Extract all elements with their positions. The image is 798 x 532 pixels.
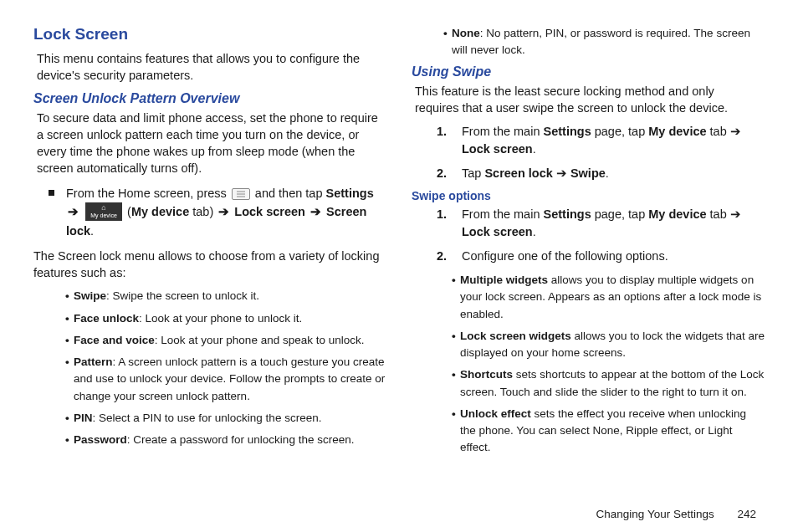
list-item: PIN: Select a PIN to use for unlocking t… — [74, 410, 386, 427]
nav-lockscreen-label: Lock screen — [234, 205, 305, 218]
arrow-icon: ➔ — [310, 205, 321, 218]
step-item: 2. Tap Screen lock ➔ Swipe. — [437, 165, 765, 182]
list-item: Face and voice: Look at your phone and s… — [74, 332, 386, 349]
feature-desc: : No pattern, PIN, or password is requir… — [452, 27, 750, 56]
option-name: Multiple widgets — [460, 274, 548, 286]
lock-features-list-continued: None: No pattern, PIN, or password is re… — [452, 25, 765, 59]
feature-name: Pattern — [74, 356, 113, 368]
feature-name: None — [452, 27, 480, 39]
square-bullet-icon — [49, 190, 54, 196]
step-number: 2. — [437, 165, 452, 182]
text-fragment: From the main — [462, 125, 544, 138]
list-item: None: No pattern, PIN, or password is re… — [452, 25, 765, 59]
swipe-options-steps: 1. From the main Settings page, tap My d… — [437, 206, 765, 265]
overview-paragraph: To secure data and limit phone access, s… — [37, 110, 383, 177]
step-text: Tap Screen lock ➔ Swipe. — [462, 165, 765, 182]
feature-desc: : A screen unlock pattern is a touch ges… — [74, 356, 385, 402]
bold-label: Lock screen — [462, 225, 533, 238]
heading-lock-screen: Lock Screen — [33, 25, 386, 43]
step-number: 2. — [437, 248, 452, 265]
bold-label: Settings — [544, 125, 591, 138]
list-item: Unlock effect sets the effect you receiv… — [460, 406, 765, 457]
text-fragment: page, tap — [591, 207, 649, 221]
text-fragment: . — [533, 225, 536, 238]
bold-label: Settings — [544, 207, 591, 221]
nav-instruction-text: From the Home screen, press and then tap… — [66, 184, 386, 241]
nav-instruction: From the Home screen, press and then tap… — [49, 184, 386, 241]
left-column: Lock Screen This menu contains features … — [33, 25, 386, 489]
text-fragment: From the main — [462, 207, 544, 221]
text-fragment: page, tap — [591, 125, 649, 138]
step-text: Configure one of the following options. — [462, 248, 765, 265]
step-number: 1. — [437, 123, 452, 141]
arrow-icon: ➔ — [218, 205, 229, 218]
text-fragment: Tap — [462, 166, 484, 180]
text-fragment: tab ➔ — [707, 125, 741, 138]
section-name: Changing Your Settings — [596, 508, 714, 520]
option-name: Unlock effect — [460, 407, 531, 420]
page-number: 242 — [737, 508, 756, 520]
step-number: 1. — [437, 206, 452, 223]
list-item: Password: Create a password for unlockin… — [74, 432, 386, 448]
nav-mydevice-label: My device — [131, 205, 189, 218]
bold-label: Swipe — [570, 166, 606, 180]
list-item: Pattern: A screen unlock pattern is a to… — [74, 354, 386, 405]
feature-desc: : Select a PIN to use for unlocking the … — [93, 412, 322, 424]
feature-name: Face and voice — [74, 334, 155, 346]
lock-features-list: Swipe: Swipe the screen to unlock it. Fa… — [74, 288, 386, 448]
list-item: Multiple widgets allows you to display m… — [460, 272, 765, 323]
option-name: Lock screen widgets — [460, 330, 571, 342]
feature-name: PIN — [74, 412, 93, 424]
feature-desc: : Create a password for unlocking the sc… — [127, 433, 355, 446]
menu-button-icon — [232, 188, 250, 200]
option-name: Shortcuts — [460, 368, 513, 381]
intro-paragraph: This menu contains features that allows … — [37, 50, 383, 84]
feature-name: Swipe — [74, 289, 106, 302]
step-item: 2. Configure one of the following option… — [437, 248, 765, 265]
feature-name: Face unlock — [74, 312, 139, 325]
bold-label: My device — [648, 207, 706, 221]
two-column-layout: Lock Screen This menu contains features … — [33, 25, 765, 489]
nav-settings-label: Settings — [326, 187, 374, 200]
text-fragment: . — [606, 166, 609, 180]
features-intro: The Screen lock menu allows to choose fr… — [33, 248, 383, 282]
text-fragment: ➔ — [553, 166, 570, 180]
list-item: Lock screen widgets allows you to lock t… — [460, 328, 765, 362]
list-item: Swipe: Swipe the screen to unlock it. — [74, 288, 386, 304]
heading-using-swipe: Using Swipe — [412, 64, 765, 79]
nav-text-fragment: From the Home screen, press — [66, 187, 230, 200]
list-item: Face unlock: Look at your phone to unloc… — [74, 310, 386, 327]
step-text: From the main Settings page, tap My devi… — [462, 206, 765, 241]
heading-swipe-options: Swipe options — [412, 189, 765, 202]
step-item: 1. From the main Settings page, tap My d… — [437, 123, 765, 158]
text-fragment: tab ➔ — [707, 207, 741, 221]
feature-name: Password — [74, 433, 127, 446]
bold-label: My device — [648, 125, 706, 138]
right-column: None: No pattern, PIN, or password is re… — [412, 25, 765, 489]
swipe-options-list: Multiple widgets allows you to display m… — [460, 272, 765, 457]
my-device-tab-icon: ⌂ My device — [85, 202, 122, 221]
bold-label: Lock screen — [462, 142, 533, 156]
page-footer: Changing Your Settings 242 — [596, 508, 756, 520]
arrow-icon: ➔ — [68, 205, 79, 218]
phone-glyph-icon: ⌂ — [101, 204, 105, 212]
feature-desc: : Look at your phone to unlock it. — [139, 312, 302, 325]
feature-desc: : Swipe the screen to unlock it. — [106, 289, 259, 302]
feature-desc: : Look at your phone and speak to unlock… — [155, 334, 365, 346]
swipe-intro: This feature is the least secure locking… — [415, 83, 761, 117]
nav-text-fragment: and then tap — [255, 187, 326, 200]
step-text: From the main Settings page, tap My devi… — [462, 123, 765, 158]
step-item: 1. From the main Settings page, tap My d… — [437, 206, 765, 241]
text-fragment: . — [533, 142, 536, 156]
nav-text-fragment: tab) — [189, 205, 217, 218]
heading-screen-unlock-pattern: Screen Unlock Pattern Overview — [33, 91, 386, 106]
bold-label: Screen lock — [484, 166, 552, 180]
device-icon-label: My device — [90, 212, 117, 221]
list-item: Shortcuts sets shortcuts to appear at th… — [460, 366, 765, 401]
swipe-steps: 1. From the main Settings page, tap My d… — [437, 123, 765, 182]
